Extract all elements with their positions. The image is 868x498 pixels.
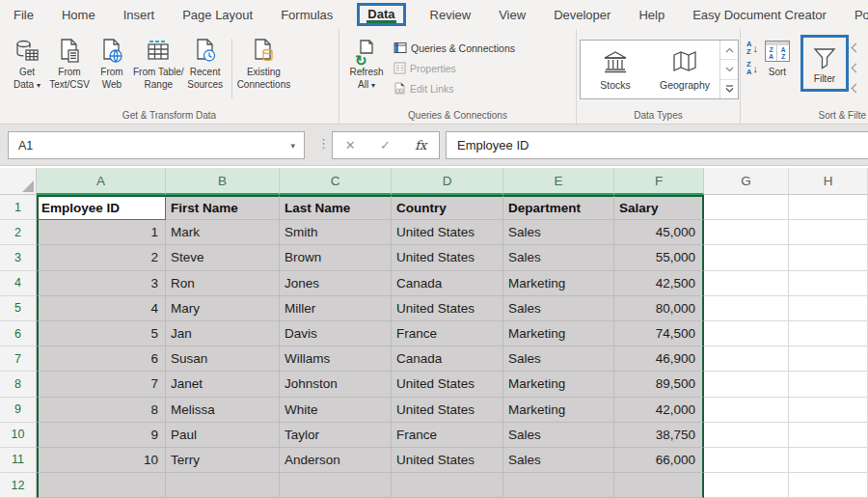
stocks-button[interactable]: Stocks	[581, 41, 650, 98]
cell-G1[interactable]	[704, 195, 789, 220]
from-text-csv-button[interactable]: From Text/CSV	[48, 33, 91, 90]
gallery-scroll-up-button[interactable]	[720, 41, 738, 60]
cell-D3[interactable]: United States	[392, 245, 503, 270]
cell-A2[interactable]: 1	[37, 220, 166, 245]
tab-power-pivot-clipped[interactable]: Po	[854, 8, 868, 22]
cell-F12[interactable]	[614, 473, 704, 498]
cell-A11[interactable]: 10	[37, 448, 166, 473]
tab-developer[interactable]: Developer	[554, 8, 610, 22]
refresh-all-button[interactable]: ↻ Refresh All ▾	[345, 33, 388, 91]
sort-button[interactable]: ZAAZ Sort	[760, 33, 795, 78]
cell-D11[interactable]: United States	[392, 448, 503, 473]
formula-input[interactable]: Employee ID	[446, 131, 868, 159]
cell-A6[interactable]: 5	[37, 321, 166, 346]
select-all-corner[interactable]	[0, 168, 37, 195]
tab-easy-document-creator[interactable]: Easy Document Creator	[692, 8, 827, 22]
tab-home[interactable]: Home	[62, 8, 95, 22]
name-box[interactable]: A1 ▾	[8, 131, 305, 159]
row-header-8[interactable]: 8	[0, 372, 37, 397]
cell-E12[interactable]	[503, 473, 614, 498]
column-header-F[interactable]: F	[614, 168, 704, 195]
column-header-A[interactable]: A	[37, 168, 166, 195]
cell-B6[interactable]: Jan	[166, 321, 280, 346]
row-header-3[interactable]: 3	[0, 245, 37, 270]
row-header-2[interactable]: 2	[0, 220, 37, 245]
cell-H3[interactable]	[789, 245, 868, 270]
name-box-dropdown-icon[interactable]: ▾	[290, 141, 295, 151]
cell-E11[interactable]: Sales	[503, 448, 614, 473]
row-header-11[interactable]: 11	[0, 448, 37, 473]
cell-B9[interactable]: Melissa	[166, 398, 280, 423]
cell-C12[interactable]	[280, 473, 392, 498]
cell-F2[interactable]: 45,000	[614, 220, 704, 245]
cell-A8[interactable]: 7	[37, 372, 166, 397]
tab-formulas[interactable]: Formulas	[281, 8, 333, 22]
cell-B3[interactable]: Steve	[166, 245, 280, 270]
tab-insert[interactable]: Insert	[123, 8, 155, 22]
cell-D4[interactable]: Canada	[392, 271, 503, 296]
cell-E10[interactable]: Sales	[503, 423, 614, 448]
column-header-C[interactable]: C	[280, 168, 392, 195]
cell-C5[interactable]: Miller	[280, 296, 392, 321]
cell-G4[interactable]	[704, 271, 789, 296]
cell-H10[interactable]	[789, 423, 868, 448]
cell-F6[interactable]: 74,500	[614, 321, 704, 346]
cell-C4[interactable]: Jones	[280, 271, 392, 296]
cell-H9[interactable]	[789, 398, 868, 423]
column-header-H[interactable]: H	[789, 168, 868, 195]
cell-H6[interactable]	[789, 321, 868, 346]
cell-G10[interactable]	[704, 423, 789, 448]
cell-C1[interactable]: Last Name	[280, 195, 392, 220]
cell-B1[interactable]: First Name	[166, 195, 280, 220]
get-data-button[interactable]: Get Data ▾	[6, 33, 48, 91]
cell-F11[interactable]: 66,000	[614, 448, 704, 473]
cell-C7[interactable]: Willams	[280, 346, 392, 372]
cancel-icon[interactable]: ✕	[345, 138, 356, 152]
cell-G5[interactable]	[704, 296, 789, 321]
cell-F4[interactable]: 42,500	[614, 271, 704, 296]
cell-B7[interactable]: Susan	[166, 346, 280, 372]
cell-G2[interactable]	[704, 220, 789, 245]
tab-file[interactable]: File	[14, 8, 34, 22]
cell-A10[interactable]: 9	[37, 423, 166, 448]
cell-D2[interactable]: United States	[392, 220, 503, 245]
cell-D8[interactable]: United States	[392, 372, 503, 397]
cell-A3[interactable]: 2	[37, 245, 166, 270]
cell-B10[interactable]: Paul	[166, 423, 280, 448]
row-header-7[interactable]: 7	[0, 346, 37, 372]
cell-D10[interactable]: France	[392, 423, 503, 448]
gallery-scroll-down-button[interactable]	[720, 60, 738, 79]
cell-H12[interactable]	[789, 473, 868, 498]
cell-F5[interactable]: 80,000	[614, 296, 704, 321]
recent-sources-button[interactable]: Recent Sources	[184, 33, 227, 90]
cell-C11[interactable]: Anderson	[280, 448, 392, 473]
tab-help[interactable]: Help	[638, 8, 665, 22]
sort-descending-button[interactable]: ZA ↓	[746, 61, 758, 75]
cell-B2[interactable]: Mark	[166, 220, 280, 245]
cell-H2[interactable]	[789, 220, 868, 245]
cell-C9[interactable]: White	[280, 398, 392, 423]
cell-F3[interactable]: 55,000	[614, 245, 704, 270]
filter-button[interactable]: Filter	[808, 40, 841, 85]
cell-E2[interactable]: Sales	[503, 220, 614, 245]
cell-D6[interactable]: France	[392, 321, 503, 346]
cell-D12[interactable]	[392, 473, 503, 498]
cell-B4[interactable]: Ron	[166, 271, 280, 296]
cell-G12[interactable]	[704, 473, 789, 498]
tab-page-layout[interactable]: Page Layout	[182, 8, 253, 22]
cell-C3[interactable]: Brown	[280, 245, 392, 270]
row-header-6[interactable]: 6	[0, 321, 37, 346]
cell-H1[interactable]	[789, 195, 868, 220]
gallery-more-button[interactable]	[720, 80, 738, 98]
cell-A4[interactable]: 3	[37, 271, 166, 296]
tab-review[interactable]: Review	[430, 8, 472, 22]
cell-D9[interactable]: United States	[392, 398, 503, 423]
cell-B5[interactable]: Mary	[166, 296, 280, 321]
column-header-B[interactable]: B	[166, 168, 280, 195]
column-header-G[interactable]: G	[704, 168, 789, 195]
cell-A9[interactable]: 8	[37, 398, 166, 423]
from-table-range-button[interactable]: From Table/ Range	[133, 33, 184, 90]
sort-ascending-button[interactable]: AZ ↓	[746, 41, 758, 55]
row-header-9[interactable]: 9	[0, 398, 37, 423]
cell-E1[interactable]: Department	[503, 195, 614, 220]
